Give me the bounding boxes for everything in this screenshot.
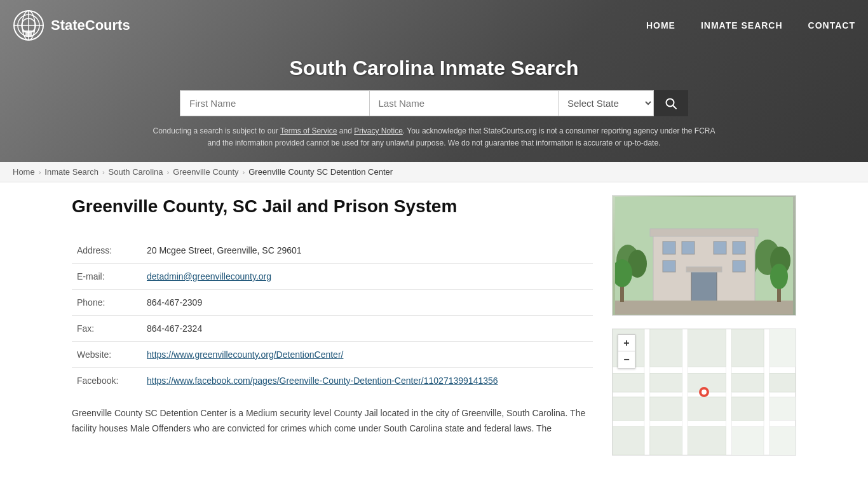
facility-info-table: Address: 20 Mcgee Street, Greenville, SC… (72, 238, 593, 393)
svg-rect-35 (644, 329, 650, 455)
search-button[interactable] (654, 90, 688, 116)
svg-rect-41 (688, 329, 726, 367)
email-link[interactable]: detadmin@greenvillecounty.org (147, 271, 271, 281)
privacy-link[interactable]: Privacy Notice (354, 126, 403, 135)
facility-image (612, 195, 796, 316)
nav-home[interactable]: HOME (646, 17, 675, 34)
svg-rect-19 (682, 241, 695, 254)
svg-rect-53 (650, 427, 682, 456)
site-header: StateCourts HOME INMATE SEARCH CONTACT S… (0, 0, 868, 162)
facebook-row: Facebook: https://www.facebook.com/pages… (72, 367, 593, 393)
svg-rect-18 (663, 241, 675, 254)
search-icon (665, 98, 677, 109)
hero-title: South Carolina Inmate Search (13, 57, 855, 80)
breadcrumb-sep-4: › (243, 168, 245, 176)
svg-rect-20 (714, 241, 726, 254)
breadcrumb-sep-3: › (167, 168, 170, 176)
address-label: Address: (72, 238, 142, 264)
svg-rect-6 (25, 32, 32, 37)
phone-row: Phone: 864-467-2309 (72, 289, 593, 315)
svg-rect-37 (726, 329, 732, 455)
breadcrumb-county[interactable]: Greenville County (173, 167, 238, 177)
svg-point-56 (702, 390, 707, 395)
breadcrumb-state[interactable]: South Carolina (109, 167, 163, 177)
breadcrumb-current: Greenville County SC Detention Center (248, 167, 393, 177)
svg-line-9 (673, 105, 676, 109)
facility-title: Greenville County, SC Jail and Prison Sy… (72, 195, 593, 218)
svg-rect-42 (732, 329, 764, 367)
svg-rect-47 (770, 374, 796, 393)
email-label: E-mail: (72, 263, 142, 289)
logo-link[interactable]: StateCourts (13, 10, 130, 41)
svg-rect-48 (613, 397, 644, 421)
svg-rect-36 (682, 329, 688, 455)
breadcrumb-sep-1: › (39, 168, 41, 176)
svg-rect-52 (613, 427, 644, 456)
address-row: Address: 20 Mcgee Street, Greenville, SC… (72, 238, 593, 264)
facility-description: Greenville County SC Detention Center is… (72, 406, 593, 437)
phone-label: Phone: (72, 289, 142, 315)
svg-rect-23 (733, 261, 745, 272)
website-label: Website: (72, 341, 142, 367)
website-row: Website: https://www.greenvillecounty.or… (72, 341, 593, 367)
svg-rect-54 (688, 427, 726, 456)
svg-point-30 (770, 264, 788, 289)
svg-rect-51 (732, 397, 764, 421)
main-container: Greenville County, SC Jail and Prison Sy… (53, 182, 815, 468)
svg-rect-25 (686, 267, 722, 272)
state-select[interactable]: Select StateAlabamaAlaskaArizonaArkansas… (559, 90, 654, 116)
sidebar: + − (612, 195, 796, 456)
last-name-input[interactable] (369, 90, 559, 116)
svg-rect-7 (23, 30, 34, 32)
email-value: detadmin@greenvillecounty.org (142, 263, 593, 289)
facebook-link[interactable]: https://www.facebook.com/pages/Greenvill… (147, 376, 498, 386)
first-name-input[interactable] (180, 90, 369, 116)
nav-links-container: HOME INMATE SEARCH CONTACT (646, 17, 855, 34)
map-zoom-in-button[interactable]: + (618, 335, 635, 351)
top-navigation: StateCourts HOME INMATE SEARCH CONTACT (0, 0, 868, 50)
breadcrumb-sep-2: › (102, 168, 105, 176)
website-value: https://www.greenvillecounty.org/Detenti… (142, 341, 593, 367)
facebook-label: Facebook: (72, 367, 142, 393)
svg-rect-44 (650, 374, 682, 393)
phone-value: 864-467-2309 (142, 289, 593, 315)
svg-rect-24 (691, 270, 717, 302)
svg-rect-50 (688, 397, 726, 421)
svg-rect-49 (650, 397, 682, 421)
map-zoom-out-button[interactable]: − (618, 351, 635, 368)
map-illustration (613, 329, 796, 455)
facility-image-inner (613, 196, 796, 315)
email-row: E-mail: detadmin@greenvillecounty.org (72, 263, 593, 289)
address-value: 20 Mcgee Street, Greenville, SC 29601 (142, 238, 593, 264)
svg-rect-43 (613, 374, 644, 393)
fax-value: 864-467-2324 (142, 315, 593, 341)
disclaimer-text: Conducting a search is subject to our Te… (148, 125, 720, 149)
header-content: StateCourts HOME INMATE SEARCH CONTACT S… (0, 0, 868, 162)
map-area: + − (612, 329, 796, 456)
building-illustration (615, 197, 793, 315)
breadcrumb-home[interactable]: Home (13, 167, 35, 177)
svg-rect-38 (764, 329, 770, 455)
fax-label: Fax: (72, 315, 142, 341)
map-controls: + − (618, 334, 635, 369)
svg-rect-17 (650, 229, 758, 236)
facebook-value: https://www.facebook.com/pages/Greenvill… (142, 367, 593, 393)
svg-rect-21 (733, 241, 745, 254)
fax-row: Fax: 864-467-2324 (72, 315, 593, 341)
map-background: + − (613, 329, 796, 455)
svg-rect-46 (732, 374, 764, 393)
hero-section: South Carolina Inmate Search Select Stat… (0, 50, 868, 162)
search-bar: Select StateAlabamaAlaskaArizonaArkansas… (180, 90, 688, 116)
svg-rect-26 (615, 301, 793, 315)
logo-icon (13, 10, 44, 41)
svg-rect-22 (663, 261, 675, 272)
svg-rect-40 (650, 329, 682, 367)
logo-text: StateCourts (51, 17, 130, 34)
terms-link[interactable]: Terms of Service (280, 126, 337, 135)
nav-inmate-search[interactable]: INMATE SEARCH (701, 17, 783, 34)
website-link[interactable]: https://www.greenvillecounty.org/Detenti… (147, 349, 343, 360)
breadcrumb: Home › Inmate Search › South Carolina › … (0, 162, 868, 182)
breadcrumb-inmate-search[interactable]: Inmate Search (44, 167, 98, 177)
nav-contact[interactable]: CONTACT (808, 17, 855, 34)
content-area: Greenville County, SC Jail and Prison Sy… (72, 195, 593, 456)
